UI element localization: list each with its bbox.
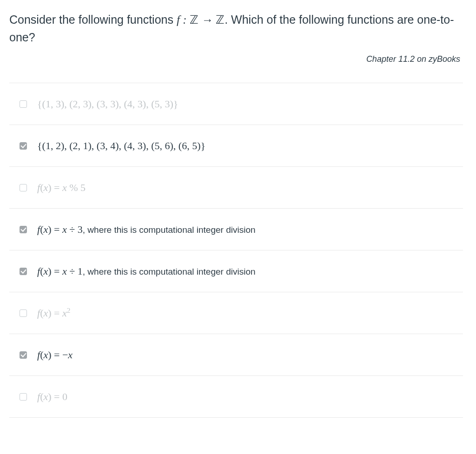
answer-content: f(x) = x ÷ 1, where this is computationa…	[37, 265, 256, 277]
question-stem: Consider the following functions f : ℤ →…	[9, 11, 463, 46]
answer-content: f(x) = x2	[37, 307, 70, 319]
answer-formula: f(x) = 0	[37, 391, 67, 403]
answer-checkbox[interactable]	[20, 142, 27, 150]
answer-formula: f(x) = x ÷ 1	[37, 265, 83, 277]
answer-checkbox[interactable]	[20, 351, 27, 359]
answer-checkbox[interactable]	[20, 268, 27, 275]
question-prefix: Consider the following functions	[9, 13, 177, 26]
answer-row: f(x) = −x	[9, 334, 463, 376]
answer-formula: f(x) = x2	[37, 307, 70, 319]
answer-checkbox[interactable]	[20, 184, 27, 191]
answer-row: {(1, 3), (2, 3), (3, 3), (4, 3), (5, 3)}	[9, 83, 463, 125]
answer-formula: f(x) = x ÷ 3	[37, 224, 83, 236]
answer-checkbox[interactable]	[20, 226, 27, 233]
answer-suffix: , where this is computational integer di…	[83, 267, 256, 277]
answer-content: {(1, 2), (2, 1), (3, 4), (4, 3), (5, 6),…	[37, 140, 205, 152]
answer-row: {(1, 2), (2, 1), (3, 4), (4, 3), (5, 6),…	[9, 125, 463, 167]
answer-row: f(x) = x2	[9, 292, 463, 334]
answer-content: f(x) = x % 5	[37, 182, 86, 194]
answer-checkbox[interactable]	[20, 100, 27, 108]
answer-row: f(x) = x % 5	[9, 167, 463, 209]
answer-formula: f(x) = −x	[37, 349, 73, 361]
reference-text: Chapter 11.2 on zyBooks	[9, 54, 463, 64]
answer-row: f(x) = 0	[9, 376, 463, 418]
answer-suffix: , where this is computational integer di…	[83, 225, 256, 235]
answer-content: f(x) = x ÷ 3, where this is computationa…	[37, 224, 256, 236]
answer-set: {(1, 2), (2, 1), (3, 4), (4, 3), (5, 6),…	[37, 140, 205, 152]
answer-checkbox[interactable]	[20, 393, 27, 401]
answer-row: f(x) = x ÷ 1, where this is computationa…	[9, 250, 463, 292]
question-func: f : ℤ → ℤ	[177, 13, 225, 26]
answer-checkbox[interactable]	[20, 309, 27, 317]
answer-list: {(1, 3), (2, 3), (3, 3), (4, 3), (5, 3)}…	[9, 83, 463, 418]
answer-content: f(x) = 0	[37, 391, 67, 403]
answer-content: f(x) = −x	[37, 349, 73, 361]
answer-row: f(x) = x ÷ 3, where this is computationa…	[9, 209, 463, 250]
answer-content: {(1, 3), (2, 3), (3, 3), (4, 3), (5, 3)}	[37, 98, 178, 110]
answer-formula: f(x) = x % 5	[37, 182, 86, 194]
answer-set: {(1, 3), (2, 3), (3, 3), (4, 3), (5, 3)}	[37, 98, 178, 110]
